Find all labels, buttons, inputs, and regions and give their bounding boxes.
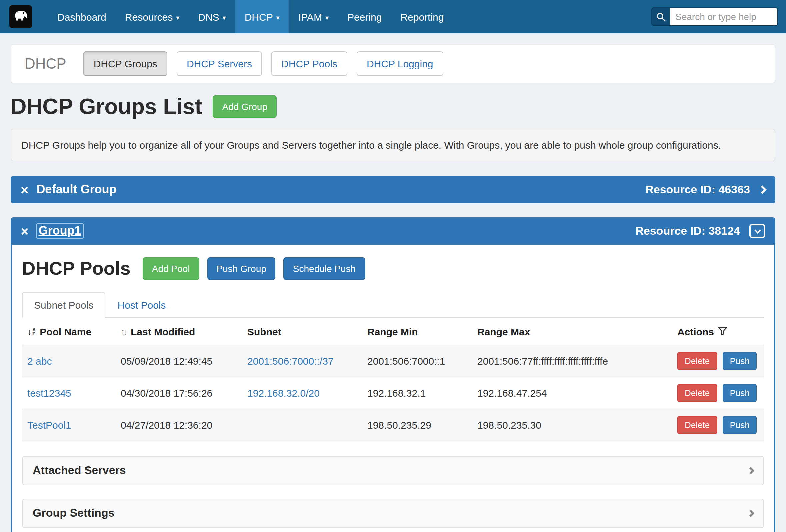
table-row: test12345 04/30/2018 17:56:26 192.168.32… bbox=[22, 377, 764, 409]
caret-down-icon: ▾ bbox=[223, 14, 226, 21]
pool-tabs: Subnet Pools Host Pools bbox=[22, 292, 764, 318]
group-name-link[interactable]: Group1 bbox=[36, 224, 83, 238]
nav-label: Dashboard bbox=[57, 11, 106, 22]
tab-host-pools[interactable]: Host Pools bbox=[105, 292, 178, 318]
push-group-button[interactable]: Push Group bbox=[207, 257, 275, 280]
nav-label: Resources bbox=[125, 11, 173, 22]
chevron-right-icon bbox=[747, 467, 755, 475]
nav-dashboard[interactable]: Dashboard bbox=[48, 0, 116, 33]
range-min-cell: 2001:506:7000::1 bbox=[362, 345, 472, 377]
caret-down-icon: ▾ bbox=[325, 14, 329, 21]
add-group-button[interactable]: Add Group bbox=[213, 95, 277, 118]
group-settings-accordion[interactable]: Group Settings bbox=[22, 499, 764, 528]
last-modified-cell: 05/09/2018 12:49:45 bbox=[115, 345, 242, 377]
page-title: DHCP Groups List bbox=[11, 94, 202, 119]
column-header: Pool Name bbox=[40, 326, 91, 337]
column-header: Actions bbox=[677, 326, 714, 337]
search-input[interactable] bbox=[670, 7, 778, 26]
caret-down-icon: ▾ bbox=[276, 14, 280, 21]
subnet-link[interactable]: 2001:506:7000::/37 bbox=[247, 355, 334, 367]
delete-button[interactable]: Delete bbox=[677, 416, 717, 434]
column-header: Range Max bbox=[477, 326, 530, 337]
sort-last-modified[interactable]: ↑↓ Last Modified bbox=[121, 326, 195, 337]
last-modified-cell: 04/30/2018 17:56:26 bbox=[115, 377, 242, 409]
actions-filter[interactable]: Actions bbox=[677, 326, 727, 337]
nav-label: IPAM bbox=[298, 11, 322, 22]
range-max-cell: 2001:506:77ff:ffff:ffff:ffff:ffff:fffe bbox=[472, 345, 672, 377]
range-min-cell: 192.168.32.1 bbox=[362, 377, 472, 409]
remove-group-icon[interactable]: × bbox=[21, 224, 28, 238]
range-max-cell: 192.168.47.254 bbox=[472, 377, 672, 409]
main-nav: Dashboard Resources ▾ DNS ▾ DHCP ▾ IPAM … bbox=[48, 0, 453, 33]
delete-button[interactable]: Delete bbox=[677, 352, 717, 370]
tab-dhcp-groups[interactable]: DHCP Groups bbox=[84, 51, 167, 76]
section-label: DHCP bbox=[25, 55, 66, 72]
sort-pool-name[interactable]: ↓ A Z Pool Name bbox=[27, 326, 91, 337]
top-navbar: Dashboard Resources ▾ DNS ▾ DHCP ▾ IPAM … bbox=[0, 0, 786, 33]
range-max-cell: 198.50.235.30 bbox=[472, 409, 672, 441]
nav-resources[interactable]: Resources ▾ bbox=[116, 0, 189, 33]
push-button[interactable]: Push bbox=[723, 416, 757, 434]
page-root: Dashboard Resources ▾ DNS ▾ DHCP ▾ IPAM … bbox=[0, 0, 786, 532]
pool-name-link[interactable]: 2 abc bbox=[27, 355, 52, 367]
tab-dhcp-logging[interactable]: DHCP Logging bbox=[357, 51, 443, 76]
group-header-group1[interactable]: × Group1 Resource ID: 38124 bbox=[11, 217, 775, 245]
pools-table: ↓ A Z Pool Name ↑ bbox=[22, 318, 764, 441]
accordion-label: Group Settings bbox=[33, 507, 115, 520]
range-min-cell: 198.50.235.29 bbox=[362, 409, 472, 441]
group-name: Default Group bbox=[36, 183, 116, 196]
group1-panel: DHCP Pools Add Pool Push Group Schedule … bbox=[11, 245, 775, 532]
resource-id: Resource ID: 46363 bbox=[645, 183, 750, 196]
chevron-right-icon[interactable] bbox=[758, 185, 766, 194]
group-section-group1: × Group1 Resource ID: 38124 DHCP Pools A… bbox=[11, 217, 775, 532]
nav-dns[interactable]: DNS ▾ bbox=[189, 0, 235, 33]
column-header: Last Modified bbox=[131, 326, 195, 337]
accordion-label: Attached Servers bbox=[33, 464, 126, 477]
caret-down-icon: ▾ bbox=[176, 14, 179, 21]
nav-reporting[interactable]: Reporting bbox=[391, 0, 453, 33]
chevron-down-icon bbox=[754, 227, 761, 233]
nav-dhcp[interactable]: DHCP ▾ bbox=[235, 0, 289, 33]
tab-subnet-pools[interactable]: Subnet Pools bbox=[22, 292, 105, 318]
pool-name-link[interactable]: TestPool1 bbox=[27, 419, 71, 431]
attached-servers-accordion[interactable]: Attached Servers bbox=[22, 456, 764, 485]
column-header: Subnet bbox=[247, 326, 281, 337]
nav-peering[interactable]: Peering bbox=[338, 0, 391, 33]
global-search bbox=[651, 7, 778, 26]
collapse-button[interactable] bbox=[749, 224, 765, 238]
sort-az-icon: ↓ A Z bbox=[27, 327, 36, 336]
app-logo[interactable] bbox=[9, 5, 32, 28]
push-button[interactable]: Push bbox=[723, 352, 757, 370]
resource-id: Resource ID: 38124 bbox=[635, 224, 740, 238]
chevron-right-icon bbox=[747, 510, 755, 517]
nav-label: Reporting bbox=[400, 11, 444, 22]
column-header: Range Min bbox=[367, 326, 418, 337]
delete-button[interactable]: Delete bbox=[677, 384, 717, 402]
push-button[interactable]: Push bbox=[723, 384, 757, 402]
description-text: DHCP Groups help you to organize all of … bbox=[21, 139, 721, 151]
filter-funnel-icon bbox=[718, 326, 727, 337]
table-row: TestPool1 04/27/2018 12:36:20 198.50.235… bbox=[22, 409, 764, 441]
nav-label: DNS bbox=[198, 11, 219, 22]
tab-dhcp-servers[interactable]: DHCP Servers bbox=[177, 51, 262, 76]
pools-title: DHCP Pools bbox=[22, 258, 131, 279]
remove-group-icon[interactable]: × bbox=[21, 183, 28, 196]
pools-header: DHCP Pools Add Pool Push Group Schedule … bbox=[22, 257, 764, 280]
pool-name-link[interactable]: test12345 bbox=[27, 387, 71, 399]
sort-updown-icon: ↑↓ bbox=[121, 327, 125, 337]
schedule-push-button[interactable]: Schedule Push bbox=[284, 257, 365, 280]
table-row: 2 abc 05/09/2018 12:49:45 2001:506:7000:… bbox=[22, 345, 764, 377]
dhcp-section-nav: DHCP DHCP Groups DHCP Servers DHCP Pools… bbox=[11, 44, 775, 83]
subnet-link[interactable]: 192.168.32.0/20 bbox=[247, 387, 320, 399]
search-icon[interactable] bbox=[651, 7, 670, 26]
tab-dhcp-pools[interactable]: DHCP Pools bbox=[271, 51, 347, 76]
elephant-logo-icon bbox=[11, 6, 30, 27]
nav-label: Peering bbox=[347, 11, 382, 22]
description-panel: DHCP Groups help you to organize all of … bbox=[11, 129, 775, 161]
nav-ipam[interactable]: IPAM ▾ bbox=[289, 0, 338, 33]
last-modified-cell: 04/27/2018 12:36:20 bbox=[115, 409, 242, 441]
nav-label: DHCP bbox=[245, 11, 273, 22]
group-header-default-group[interactable]: × Default Group Resource ID: 46363 bbox=[11, 176, 775, 203]
add-pool-button[interactable]: Add Pool bbox=[143, 257, 199, 280]
table-header-row: ↓ A Z Pool Name ↑ bbox=[22, 318, 764, 345]
